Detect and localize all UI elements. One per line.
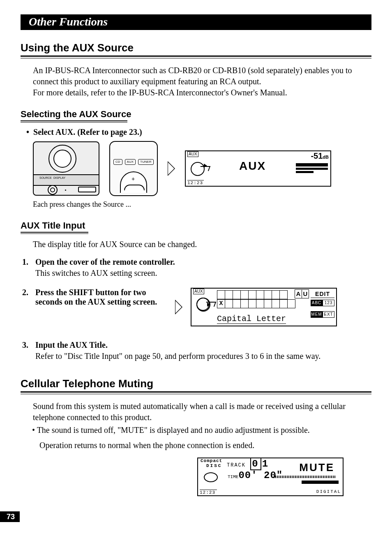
subheading-rule	[21, 232, 88, 234]
dot-icon	[65, 190, 66, 191]
subheading-aux-title-input: AUX Title Input	[21, 220, 85, 231]
remote-btn-tuner: TUNER	[138, 159, 154, 165]
play-arrow-icon	[204, 164, 207, 168]
step-1: 1. Open the cover of the remote controll…	[22, 257, 371, 267]
lcd-clock: 12:23	[187, 180, 204, 186]
au-U: U	[302, 289, 309, 298]
step-3: 3. Input the AUX Title.	[22, 340, 371, 350]
section-intro-text: An IP-BUS-RCA Interconnector such as CD-…	[33, 65, 371, 98]
muting-bullet-line2: Operation returns to normal when the pho…	[39, 440, 371, 451]
au-indicator: A U	[295, 289, 309, 298]
level-bars-icon	[296, 162, 328, 174]
bullet-select-aux: • Select AUX. (Refer to page 23.)	[26, 127, 371, 137]
lcd-center-aux: AUX	[239, 160, 266, 172]
lcd-clock: 12:23	[200, 490, 217, 495]
arrow-icon	[175, 300, 182, 314]
subheading-selecting-aux: Selecting the AUX Source	[21, 109, 131, 120]
step-3-num: 3.	[22, 340, 35, 350]
slot-icon	[78, 187, 96, 192]
remote-dpad-icon	[120, 171, 147, 193]
lcd-title-input-screen: AUX A U X Capital Letter ED	[191, 288, 337, 326]
head-unit-illustration: SOURCE DISPLAY	[33, 141, 99, 196]
compact-disc-label: CompactDISC	[201, 458, 222, 468]
section-heading-aux-source: Using the AUX Source	[21, 42, 371, 54]
mute-label: MUTE	[299, 462, 334, 473]
track-readout: TRACK 01	[227, 459, 269, 469]
remote-illustration: CD AUX TUNER	[109, 141, 158, 196]
edit-header: EDIT	[311, 290, 334, 298]
lcd-mute-screen: CompactDISC TRACK 01 TIME00' 20" 12:23 M…	[197, 458, 344, 496]
edit-panel: EDIT ABC 123 MEM EXT	[311, 290, 334, 318]
au-A: A	[295, 289, 302, 298]
digital-label: DIGITAL	[316, 489, 341, 495]
mode-123: 123	[323, 300, 334, 306]
mode-mem: MEM	[311, 311, 323, 318]
heading-rule	[21, 55, 371, 58]
remote-btn-cd: CD	[113, 159, 122, 165]
lcd-level-readout: -51dB	[311, 151, 329, 162]
illustration-row-aux: SOURCE DISPLAY CD AUX TUNER AUX 12:23 AU…	[33, 141, 371, 196]
step-3-body: Refer to "Disc Title Input" on page 50, …	[35, 351, 371, 361]
page-number: 73	[0, 511, 20, 522]
section-heading-muting: Cellular Telephone Muting	[21, 377, 371, 390]
muting-bullet: The sound is turned off, "MUTE" is displ…	[32, 425, 371, 436]
step-2: 2. Press the SHIFT button for two second…	[22, 288, 168, 307]
step-1-num: 1.	[22, 257, 35, 267]
lcd-aux-screen: AUX 12:23 AUX -51dB	[185, 150, 331, 187]
bullet-select-aux-text: Select AUX. (Refer to page 23.)	[33, 127, 142, 136]
caption-each-press: Each press changes the Source ...	[33, 200, 371, 209]
muting-intro: Sound from this system is muted automati…	[33, 401, 371, 423]
heading-rule	[21, 391, 371, 394]
level-bar-icon	[302, 481, 339, 484]
arrow-icon	[168, 161, 175, 176]
aux-title-intro: The display title for AUX Source can be …	[33, 239, 371, 250]
disc-arrow-icon	[196, 297, 212, 311]
step-1-title: Open the cover of the remote controller.	[35, 257, 175, 267]
step-3-title: Input the AUX Title.	[35, 340, 108, 350]
step-2-num: 2.	[22, 288, 35, 307]
label-source: SOURCE	[39, 176, 52, 180]
page-number-wrap: 73	[0, 511, 20, 522]
remote-btn-aux: AUX	[125, 159, 136, 165]
chapter-heading: Other Functions	[21, 14, 371, 30]
subheading-rule	[21, 120, 127, 122]
title-char-grid-top	[217, 290, 288, 299]
title-char-grid-input: X	[217, 299, 295, 308]
knob-icon	[48, 185, 58, 195]
step-2-title: Press the SHIFT button for two seconds o…	[35, 288, 168, 307]
dial-icon	[48, 145, 76, 173]
lcd-indicator-aux: AUX	[187, 151, 198, 157]
capital-letter-label: Capital Letter	[217, 314, 286, 324]
level-dots-icon	[274, 476, 335, 478]
label-display: DISPLAY	[53, 176, 65, 180]
step-1-body: This switches to AUX setting screen.	[35, 268, 371, 278]
input-char-X: X	[217, 299, 225, 308]
mode-ext: EXT	[323, 311, 334, 318]
disc-icon	[204, 472, 218, 482]
mode-abc: ABC	[311, 300, 323, 306]
lcd-indicator-aux: AUX	[193, 289, 204, 294]
